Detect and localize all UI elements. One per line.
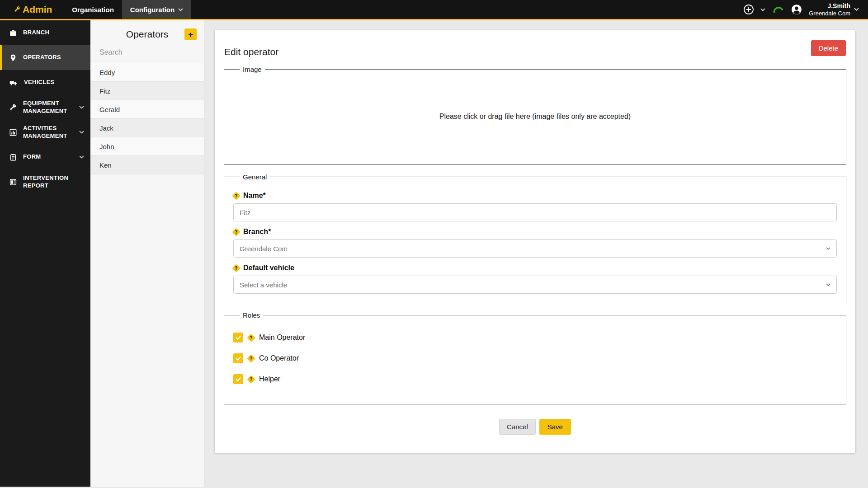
role-label: Main Operator: [259, 333, 305, 342]
operators-panel-header: Operators +: [90, 20, 204, 48]
user-menu[interactable]: J.Smith Greendale Com: [809, 2, 859, 17]
help-icon[interactable]: ?: [247, 333, 255, 342]
topbar-right: J.Smith Greendale Com: [743, 0, 868, 19]
sidebar-item-branch[interactable]: Branch: [0, 20, 90, 45]
operators-panel: Operators + Eddy Fitz Gerald Jack John K…: [90, 20, 204, 487]
help-icon[interactable]: ?: [247, 354, 255, 362]
page-title: Edit operator: [224, 40, 278, 57]
sidebar-item-label: Form: [23, 153, 73, 160]
roles-section-legend: Roles: [240, 311, 263, 319]
delete-button[interactable]: Delete: [811, 40, 846, 56]
sidebar-item-label: Operators: [23, 54, 85, 61]
app-logo-icon: [14, 6, 21, 13]
list-item-operator[interactable]: Ken: [90, 156, 204, 174]
operators-list: Eddy Fitz Gerald Jack John Ken: [90, 63, 204, 174]
default-vehicle-field-group: ? Default vehicle Select a vehicle: [233, 264, 837, 294]
chevron-down-icon: [826, 247, 830, 250]
image-dropzone[interactable]: Please click or drag file here (image fi…: [233, 78, 837, 155]
form-actions: Cancel Save: [224, 419, 846, 435]
help-icon[interactable]: ?: [232, 228, 240, 236]
role-row-helper: ? Helper: [233, 374, 837, 384]
chevron-down-icon[interactable]: [760, 8, 765, 11]
help-icon[interactable]: ?: [232, 192, 240, 200]
topbar: Admin Organisation Configuration J.Smith: [0, 0, 868, 20]
add-circle-icon[interactable]: [743, 4, 754, 15]
help-icon[interactable]: ?: [247, 375, 255, 383]
name-field-label: Name*: [243, 192, 266, 200]
search-input[interactable]: [99, 48, 195, 56]
sidebar-item-equipment-management[interactable]: Equipment Management: [0, 95, 90, 120]
add-operator-button[interactable]: +: [184, 28, 197, 40]
general-section: General ? Name* ? Branch* Greendale Com: [224, 173, 846, 303]
list-item-operator[interactable]: Eddy: [90, 63, 204, 82]
list-item-operator[interactable]: Gerald: [90, 100, 204, 119]
sidebar-item-vehicles[interactable]: Vehicles: [0, 70, 90, 95]
general-section-legend: General: [240, 173, 270, 181]
chevron-down-icon: [854, 8, 859, 11]
app-logo-text: Admin: [23, 4, 52, 15]
default-vehicle-select-value: Select a vehicle: [240, 281, 287, 289]
sidebar-item-operators[interactable]: Operators: [0, 45, 90, 70]
list-item-operator[interactable]: John: [90, 137, 204, 156]
branch-select-value: Greendale Com: [240, 245, 288, 253]
bar-chart-icon: [9, 128, 17, 136]
chevron-down-icon: [826, 283, 830, 286]
list-item-operator[interactable]: Jack: [90, 119, 204, 137]
truck-icon: [9, 79, 18, 87]
branch-field-label-row: ? Branch*: [233, 228, 837, 236]
edit-operator-card: Edit operator Delete Image Please click …: [215, 30, 855, 453]
user-name: J.Smith: [809, 2, 850, 10]
image-section: Image Please click or drag file here (im…: [224, 66, 846, 165]
sidebar-item-label: Branch: [23, 29, 85, 36]
list-item-operator[interactable]: Fitz: [90, 82, 204, 100]
sidebar-item-label: Activities Management: [23, 125, 73, 140]
menu-organisation-label: Organisation: [72, 6, 114, 14]
name-field-label-row: ? Name*: [233, 192, 837, 200]
gauge-icon[interactable]: [772, 3, 784, 16]
user-avatar-icon[interactable]: [791, 4, 802, 15]
main-content: Edit operator Delete Image Please click …: [204, 20, 868, 487]
cancel-button[interactable]: Cancel: [499, 419, 536, 435]
branch-select[interactable]: Greendale Com: [233, 239, 837, 258]
main-operator-checkbox[interactable]: [233, 333, 243, 343]
default-vehicle-select[interactable]: Select a vehicle: [233, 276, 837, 294]
roles-section: Roles ? Main Operator ? Co Operator: [224, 311, 846, 404]
co-operator-checkbox[interactable]: [233, 353, 243, 363]
default-vehicle-label-row: ? Default vehicle: [233, 264, 837, 272]
location-pin-icon: [9, 54, 17, 62]
branch-field-label: Branch*: [243, 228, 271, 236]
briefcase-icon: [9, 29, 17, 37]
wrench-icon: [9, 103, 17, 112]
top-menu: Organisation Configuration: [64, 0, 191, 19]
role-label: Co Operator: [259, 354, 299, 362]
operators-panel-title: Operators: [126, 29, 168, 40]
helper-checkbox[interactable]: [233, 374, 243, 384]
sidebar-item-activities-management[interactable]: Activities Management: [0, 120, 90, 145]
help-icon[interactable]: ?: [232, 264, 240, 272]
role-row-main-operator: ? Main Operator: [233, 333, 837, 343]
image-section-legend: Image: [240, 66, 265, 73]
role-row-co-operator: ? Co Operator: [233, 353, 837, 363]
card-header: Edit operator Delete: [224, 40, 846, 57]
sidebar-item-label: Equipment Management: [23, 100, 73, 115]
name-field-group: ? Name*: [233, 192, 837, 221]
report-icon: [9, 178, 17, 186]
sidebar-item-label: Intervention Report: [23, 174, 85, 189]
save-button[interactable]: Save: [539, 419, 571, 435]
chevron-down-icon: [178, 8, 183, 11]
menu-organisation[interactable]: Organisation: [64, 0, 122, 19]
role-label: Helper: [259, 375, 280, 383]
menu-configuration[interactable]: Configuration: [122, 0, 191, 19]
default-vehicle-label: Default vehicle: [243, 264, 294, 272]
sidebar: Branch Operators Vehicles Equipment Mana…: [0, 20, 90, 487]
sidebar-item-intervention-report[interactable]: Intervention Report: [0, 169, 90, 194]
app-logo[interactable]: Admin: [0, 0, 64, 19]
name-field[interactable]: [233, 203, 837, 221]
branch-field-group: ? Branch* Greendale Com: [233, 228, 837, 258]
sidebar-item-label: Vehicles: [24, 79, 85, 86]
chevron-down-icon: [79, 128, 84, 136]
operators-search: [90, 48, 204, 63]
user-text: J.Smith Greendale Com: [809, 2, 850, 17]
clipboard-icon: [9, 153, 17, 161]
sidebar-item-form[interactable]: Form: [0, 145, 90, 169]
